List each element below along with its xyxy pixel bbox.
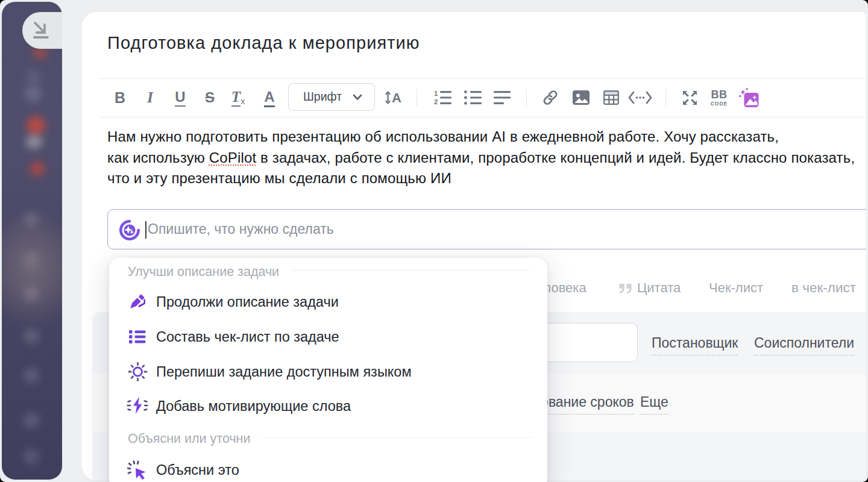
svg-text:A: A (392, 90, 401, 105)
svg-text:2: 2 (434, 98, 438, 105)
svg-text:1: 1 (434, 90, 438, 97)
